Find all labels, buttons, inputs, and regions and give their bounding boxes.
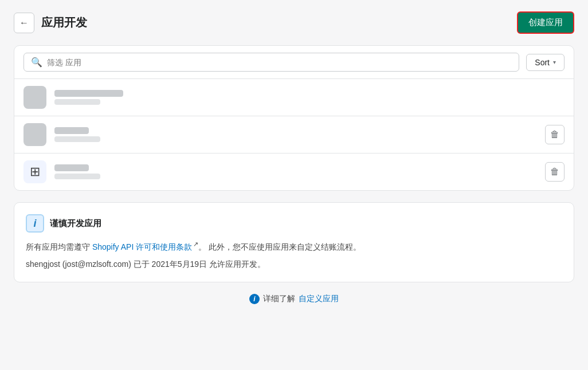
search-bar: 🔍 Sort ▾ <box>14 46 574 79</box>
shopify-api-link[interactable]: Shopify API 许可和使用条款 <box>92 242 192 251</box>
app-name-blurred <box>54 127 89 134</box>
app-info <box>54 164 537 179</box>
info-card-icon: i <box>26 214 44 233</box>
page-title: 应用开发 <box>41 15 87 30</box>
app-sub-blurred <box>54 136 100 142</box>
footer: i 详细了解 自定义应用 <box>14 294 574 304</box>
info-icon-label: i <box>33 218 36 230</box>
app-sub-blurred <box>54 174 100 179</box>
app-icon <box>23 123 46 146</box>
info-card-body: 所有应用均需遵守 Shopify API 许可和使用条款↗。 此外，您不应使用应… <box>26 239 562 270</box>
sort-label: Sort <box>535 58 550 67</box>
table-row[interactable]: ⊞ 🗑 <box>14 153 574 190</box>
chevron-down-icon: ▾ <box>553 59 556 65</box>
app-icon-grid: ⊞ <box>23 160 46 183</box>
search-input[interactable] <box>47 58 512 67</box>
create-app-button[interactable]: 创建应用 <box>517 11 574 34</box>
app-icon <box>23 86 46 109</box>
delete-button[interactable]: 🗑 <box>545 162 565 182</box>
search-input-wrap[interactable]: 🔍 <box>23 53 519 72</box>
info-card-title: 谨慎开发应用 <box>50 218 101 229</box>
info-card-header: i 谨慎开发应用 <box>26 214 562 233</box>
info-line1-prefix: 所有应用均需遵守 <box>26 242 92 251</box>
app-info <box>54 90 565 105</box>
custom-app-link[interactable]: 自定义应用 <box>299 294 339 304</box>
back-icon: ← <box>19 18 29 28</box>
table-row[interactable]: 🗑 <box>14 116 574 153</box>
trash-icon: 🗑 <box>550 167 559 177</box>
footer-info-icon: i <box>249 294 260 304</box>
delete-button[interactable]: 🗑 <box>545 125 565 144</box>
app-name-blurred <box>54 164 89 171</box>
app-list: 🗑 ⊞ 🗑 <box>14 79 574 190</box>
app-list-card: 🔍 Sort ▾ <box>14 45 574 191</box>
page-header: ← 应用开发 创建应用 <box>14 11 574 34</box>
sort-button[interactable]: Sort ▾ <box>526 54 565 71</box>
info-line2: shengjost (jost@mzlsoft.com) 已于 2021年5月1… <box>26 258 562 270</box>
footer-prefix: 详细了解 <box>263 294 295 304</box>
table-row[interactable] <box>14 79 574 116</box>
info-line1-suffix: 。 此外，您不应使用应用来自定义结账流程。 <box>198 242 361 251</box>
search-icon: 🔍 <box>31 57 42 68</box>
app-info <box>54 127 537 142</box>
app-name-blurred <box>54 90 123 97</box>
info-card: i 谨慎开发应用 所有应用均需遵守 Shopify API 许可和使用条款↗。 … <box>14 202 574 282</box>
header-left: ← 应用开发 <box>14 13 87 33</box>
external-link-icon: ↗ <box>193 241 198 247</box>
info-line1: 所有应用均需遵守 Shopify API 许可和使用条款↗。 此外，您不应使用应… <box>26 239 562 253</box>
back-button[interactable]: ← <box>14 13 34 33</box>
trash-icon: 🗑 <box>550 129 559 140</box>
app-sub-blurred <box>54 99 100 105</box>
